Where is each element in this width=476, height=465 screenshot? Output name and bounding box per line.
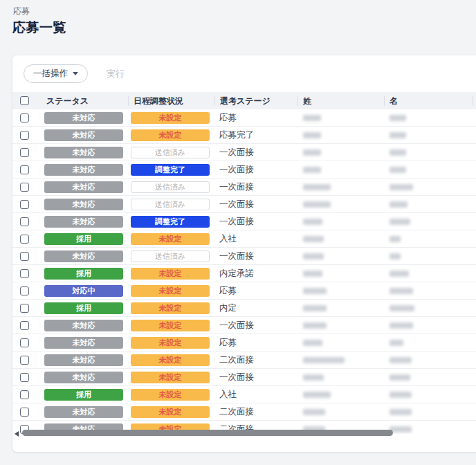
table-row[interactable]: 採用 未設定 内定承諾 — [12, 265, 476, 282]
checkbox-cell — [12, 304, 42, 313]
status-cell: 未対応 — [42, 250, 128, 262]
status-cell: 未対応 — [42, 164, 128, 176]
column-header-last-name: 姓 — [298, 96, 384, 106]
row-checkbox[interactable] — [20, 200, 29, 209]
status-cell: 未対応 — [42, 354, 128, 366]
table-row[interactable]: 未対応 未設定 二次面接 — [12, 352, 476, 369]
checkbox-cell — [12, 269, 42, 278]
table-row[interactable]: 未対応 未設定 応募 — [12, 334, 476, 352]
schedule-cell: 未設定 — [128, 285, 214, 297]
table-row[interactable]: 対応中 未設定 応募 — [12, 282, 476, 300]
row-checkbox[interactable] — [20, 252, 29, 261]
table-row[interactable]: 未対応 送信済み 一次面接 — [12, 144, 476, 161]
last-name-redacted — [303, 132, 321, 138]
row-checkbox[interactable] — [20, 304, 29, 313]
stage-cell: 内定承諾 — [214, 268, 298, 280]
schedule-badge: 未設定 — [131, 389, 210, 401]
table-row[interactable]: 未対応 送信済み 一次面接 — [12, 196, 476, 213]
first-name-cell — [384, 392, 473, 398]
first-name-redacted — [390, 374, 410, 381]
last-name-redacted — [303, 219, 322, 225]
bulk-action-dropdown[interactable]: 一括操作 — [24, 64, 88, 83]
status-cell: 未対応 — [42, 337, 128, 349]
first-name-cell — [384, 288, 473, 294]
status-badge: 未対応 — [44, 354, 123, 366]
row-checkbox[interactable] — [20, 373, 29, 382]
checkbox-cell — [12, 390, 42, 399]
checkbox-cell — [12, 408, 42, 417]
first-name-cell — [384, 357, 473, 363]
last-name-cell — [298, 253, 384, 259]
row-checkbox[interactable] — [20, 286, 29, 295]
first-name-redacted — [390, 357, 412, 363]
table-row[interactable]: 未対応 調整完了 一次面接 — [12, 213, 476, 230]
bulk-action-label: 一括操作 — [33, 68, 68, 80]
last-name-redacted — [303, 271, 322, 277]
status-badge: 未対応 — [44, 372, 123, 383]
row-checkbox[interactable] — [20, 269, 29, 278]
row-checkbox[interactable] — [20, 217, 29, 226]
row-checkbox[interactable] — [20, 356, 29, 365]
status-badge: 採用 — [44, 389, 123, 401]
row-checkbox[interactable] — [20, 113, 29, 122]
row-checkbox[interactable] — [20, 338, 29, 347]
column-header-first-name: 名 — [384, 96, 473, 106]
table-row[interactable]: 未対応 未設定 二次面接 — [12, 403, 476, 421]
row-checkbox[interactable] — [20, 131, 29, 140]
status-cell: 採用 — [42, 302, 128, 314]
status-badge: 未対応 — [44, 320, 123, 331]
first-name-cell — [384, 132, 473, 138]
execute-button[interactable]: 実行 — [107, 68, 125, 80]
last-name-cell — [298, 167, 384, 173]
last-name-redacted — [303, 236, 324, 242]
last-name-redacted — [303, 167, 321, 173]
status-badge: 未対応 — [44, 147, 123, 158]
first-name-redacted — [390, 149, 406, 156]
breadcrumb[interactable]: 応募 — [13, 6, 30, 17]
last-name-cell — [298, 409, 384, 415]
last-name-redacted — [303, 357, 345, 363]
first-name-redacted — [390, 392, 412, 398]
table-row[interactable]: 未対応 調整完了 一次面接 — [12, 161, 476, 179]
schedule-badge: 未設定 — [131, 337, 210, 349]
scrollbar-thumb[interactable] — [22, 430, 393, 436]
first-name-cell — [384, 322, 473, 329]
row-checkbox[interactable] — [20, 408, 29, 417]
schedule-badge: 未設定 — [131, 302, 210, 314]
schedule-cell: 調整完了 — [128, 216, 214, 228]
row-checkbox[interactable] — [20, 321, 29, 330]
table-row[interactable]: 採用 未設定 入社 — [12, 386, 476, 403]
status-cell: 未対応 — [42, 199, 128, 210]
first-name-redacted — [390, 184, 413, 190]
row-checkbox[interactable] — [20, 183, 29, 192]
status-cell: 未対応 — [42, 406, 128, 418]
last-name-redacted — [303, 253, 324, 259]
last-name-cell — [298, 236, 384, 242]
schedule-cell: 未設定 — [128, 129, 214, 141]
row-checkbox[interactable] — [20, 165, 29, 174]
table-row[interactable]: 未対応 未設定 一次面接 — [12, 317, 476, 334]
row-checkbox[interactable] — [20, 390, 29, 399]
last-name-cell — [298, 149, 384, 156]
table-row[interactable]: 未対応 送信済み 一次面接 — [12, 248, 476, 265]
table-row[interactable]: 採用 未設定 内定 — [12, 300, 476, 317]
last-name-redacted — [303, 340, 322, 346]
status-cell: 採用 — [42, 268, 128, 280]
checkbox-cell — [12, 235, 42, 244]
row-checkbox[interactable] — [20, 148, 29, 157]
row-checkbox[interactable] — [20, 235, 29, 244]
schedule-cell: 未設定 — [128, 268, 214, 280]
last-name-cell — [298, 340, 384, 346]
first-name-redacted — [390, 201, 408, 208]
first-name-cell — [384, 409, 473, 415]
table-row[interactable]: 採用 未設定 入社 — [12, 230, 476, 248]
stage-cell: 一次面接 — [214, 199, 298, 210]
table-row[interactable]: 未対応 未設定 一次面接 — [12, 369, 476, 386]
select-all-checkbox[interactable] — [20, 96, 29, 105]
scroll-left-arrow-icon[interactable] — [15, 431, 19, 437]
table-row[interactable]: 未対応 送信済み 一次面接 — [12, 179, 476, 196]
status-cell: 未対応 — [42, 181, 128, 193]
table-row[interactable]: 未対応 未設定 応募完了 — [12, 127, 476, 144]
table-row[interactable]: 未対応 未設定 応募 — [12, 109, 476, 127]
status-cell: 未対応 — [42, 112, 128, 124]
